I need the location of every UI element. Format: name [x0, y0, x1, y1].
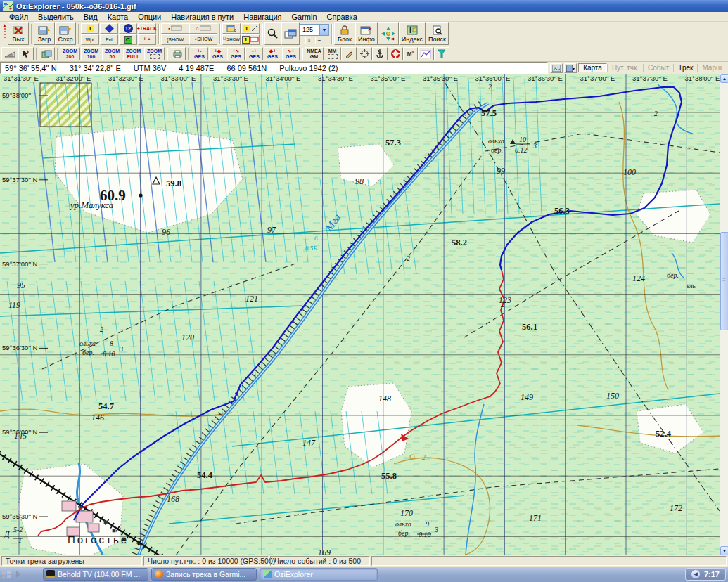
- magnify-button[interactable]: [264, 22, 281, 45]
- load-button[interactable]: Загр: [34, 22, 55, 45]
- filter-button[interactable]: [434, 47, 449, 60]
- scroll-down-button[interactable]: ▼: [720, 546, 728, 555]
- exit-button[interactable]: Вых: [8, 22, 29, 45]
- map-label: ольха: [79, 340, 96, 347]
- taskbar-item[interactable]: OziExplorer: [260, 568, 378, 581]
- menu-item[interactable]: Опции: [133, 13, 166, 21]
- position-button[interactable]: [357, 47, 372, 60]
- route-list-button[interactable]: 1: [241, 34, 260, 45]
- gps-button[interactable]: ∿+GPS: [282, 47, 300, 60]
- media-icon[interactable]: [15, 570, 21, 578]
- zoom-select[interactable]: 125▼: [300, 24, 329, 36]
- vertical-scrollbar[interactable]: ▲ ▼: [720, 74, 728, 555]
- scroll-up-button[interactable]: ▲: [720, 74, 728, 83]
- chevron-left-icon[interactable]: ◀: [691, 570, 700, 578]
- search-button[interactable]: Поиск: [426, 22, 449, 45]
- anchor-button[interactable]: [372, 47, 388, 60]
- gps-button[interactable]: +▪GPS: [191, 47, 208, 60]
- info-button[interactable]: Инфо: [355, 22, 378, 45]
- tab-Карта[interactable]: Карта: [578, 63, 607, 72]
- show-evt-button[interactable]: ∘SHOW: [189, 34, 217, 45]
- menu-item[interactable]: Справка: [322, 13, 362, 21]
- pointer-button[interactable]: [18, 47, 34, 60]
- zoom-preset-button[interactable]: ZOOMFULL: [123, 47, 143, 60]
- gps-button[interactable]: ◆+GPS: [264, 47, 281, 60]
- evt-style-button[interactable]: ○: [189, 23, 217, 34]
- toolbar-main: ▲ Вых Загр Сохр 1 12 +TRACK Wpt Evt C + …: [0, 22, 728, 46]
- add-track-button[interactable]: +TRACK: [138, 23, 156, 34]
- wpt-style-button[interactable]: ▪: [161, 23, 189, 34]
- lifering-button[interactable]: [388, 47, 403, 60]
- map-label: 124: [632, 273, 645, 283]
- windows-flag-icon[interactable]: [2, 570, 12, 579]
- map-label: 96: [162, 227, 170, 237]
- chevron-down-icon[interactable]: ▼: [319, 25, 328, 35]
- menu-item[interactable]: Карта: [103, 13, 133, 21]
- quicksave-button[interactable]: [564, 63, 577, 73]
- pan-arrows-button[interactable]: [378, 22, 399, 45]
- add-point-button[interactable]: + ∘: [138, 34, 156, 45]
- m2-button[interactable]: M²: [403, 47, 418, 60]
- map-label: 2: [422, 453, 426, 461]
- coord-lat: 59° 36' 55,4'' N: [5, 64, 57, 72]
- map-label: 98: [355, 176, 364, 186]
- scroll-thumb[interactable]: [720, 232, 728, 330]
- show-wpt-button[interactable]: (SHOW: [161, 34, 189, 45]
- map-label: 150: [606, 391, 619, 401]
- nmea-gm-button[interactable]: NMEAGM: [305, 47, 324, 60]
- tab-Марш[interactable]: Марш: [697, 64, 726, 72]
- snapshot-button[interactable]: [550, 63, 563, 73]
- tab-Трек[interactable]: Трек: [673, 64, 697, 72]
- map-label: Погостье: [68, 534, 129, 545]
- map-label: 2: [100, 325, 103, 333]
- route-edit-button[interactable]: 0: [222, 23, 241, 34]
- evt-button[interactable]: Evt: [100, 34, 118, 45]
- menu-item[interactable]: Вид: [79, 13, 103, 21]
- gps-button[interactable]: +∿GPS: [227, 47, 245, 60]
- map-view-icon: [41, 50, 52, 58]
- taskbar-item-label: Запись трека в Garmi...: [166, 570, 245, 578]
- zoom-preset-button[interactable]: ZOOM50: [102, 47, 122, 60]
- route-show-button[interactable]: SHOW: [222, 34, 241, 45]
- menu-item[interactable]: Навигация в пути: [166, 13, 238, 21]
- ruler-icon: [4, 50, 15, 58]
- wpt-icon-button[interactable]: 1: [81, 23, 99, 34]
- menu-item[interactable]: Навигация: [238, 13, 286, 21]
- save-button[interactable]: Сохр: [55, 22, 76, 45]
- menu-item[interactable]: Garmin: [287, 13, 322, 21]
- zoom-preset-button[interactable]: ZOOM: [144, 47, 165, 60]
- gps-button[interactable]: ▪+GPS: [245, 47, 263, 60]
- gps-button[interactable]: +◆GPS: [209, 47, 226, 60]
- count-badge-button[interactable]: 12: [119, 23, 137, 34]
- profile-button[interactable]: [418, 47, 434, 60]
- map-label: 31°38'00'' E: [685, 75, 720, 82]
- route-line-button[interactable]: 1: [241, 23, 260, 34]
- index-button[interactable]: I Индекс: [399, 22, 426, 45]
- map-canvas[interactable]: 31°31'30'' E31°32'00'' E31°32'30'' E31°3…: [0, 74, 720, 555]
- evt-icon-button[interactable]: [100, 23, 118, 34]
- nmea-log-button[interactable]: [341, 47, 357, 60]
- zoom-preset-button[interactable]: ZOOM100: [81, 47, 101, 60]
- zoom-out-mini-button[interactable]: −: [315, 37, 324, 44]
- print-button[interactable]: [170, 47, 186, 60]
- map-label: 169: [318, 548, 331, 555]
- tab-Пут. тчк.[interactable]: Пут. тчк.: [607, 64, 643, 72]
- map-label: 3: [119, 345, 123, 353]
- zoom-in-mini-button[interactable]: ⍚: [305, 37, 314, 44]
- menu-item[interactable]: Файл: [4, 13, 33, 21]
- toolbar-drag-handle[interactable]: ▲: [1, 23, 8, 44]
- lock-button[interactable]: Блок: [334, 22, 355, 45]
- map-view-button[interactable]: [39, 47, 55, 60]
- zoom-preset-button[interactable]: ZOOM200: [60, 47, 80, 60]
- wpt-button[interactable]: Wpt: [81, 34, 99, 45]
- ruler-button[interactable]: [1, 47, 18, 60]
- mm-button[interactable]: MM: [324, 47, 341, 60]
- taskbar-item[interactable]: Запись трека в Garmi...: [151, 568, 257, 581]
- map-label: 2: [407, 254, 410, 262]
- coordbar-controls: КартаПут. тчк.СобытТрекМарш: [548, 62, 728, 74]
- taskbar-item[interactable]: Behold TV (104,00 FM ...: [43, 568, 148, 581]
- map-windows-button[interactable]: [281, 22, 300, 45]
- menu-item[interactable]: Выделить: [33, 13, 79, 21]
- comment-button[interactable]: C: [119, 34, 137, 45]
- tab-Событ[interactable]: Событ: [643, 64, 673, 72]
